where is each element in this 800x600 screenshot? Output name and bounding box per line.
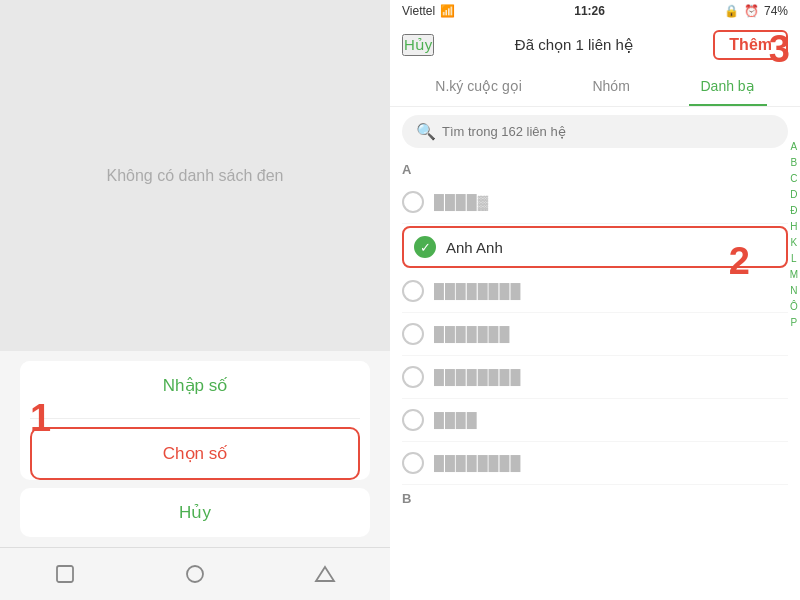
- radio-unselected[interactable]: [402, 323, 424, 345]
- status-left: Viettel 📶: [402, 4, 455, 18]
- radio-unselected[interactable]: [402, 280, 424, 302]
- alpha-O[interactable]: Ô: [790, 300, 798, 314]
- contact-name-blurred: ████████: [434, 369, 521, 385]
- nav-triangle-icon[interactable]: [311, 560, 339, 588]
- contact-list: A ████▓ ✓ Anh Anh ████████ ███████ █████…: [390, 156, 800, 600]
- alpha-C[interactable]: C: [790, 172, 798, 186]
- alpha-B[interactable]: B: [790, 156, 798, 170]
- search-input[interactable]: [442, 124, 774, 139]
- radio-unselected[interactable]: [402, 452, 424, 474]
- selected-count-title: Đã chọn 1 liên hệ: [515, 36, 633, 54]
- alpha-M[interactable]: M: [790, 268, 798, 282]
- alpha-A[interactable]: A: [790, 140, 798, 154]
- step1-label: 1: [30, 397, 51, 440]
- alpha-N[interactable]: N: [790, 284, 798, 298]
- status-right: 🔒 ⏰ 74%: [724, 4, 788, 18]
- contact-name-blurred: ████: [434, 412, 478, 428]
- contact-name-blurred: ████▓: [434, 194, 489, 210]
- list-item-selected[interactable]: ✓ Anh Anh: [402, 226, 788, 268]
- lock-icon: 🔒: [724, 4, 739, 18]
- alpha-H[interactable]: H: [790, 220, 798, 234]
- cancel-button[interactable]: Hủy: [402, 34, 434, 56]
- section-header-b: B: [402, 485, 788, 510]
- status-bar: Viettel 📶 11:26 🔒 ⏰ 74%: [390, 0, 800, 22]
- huy-button-left[interactable]: Hủy: [20, 488, 370, 537]
- svg-marker-2: [316, 567, 334, 581]
- list-item[interactable]: ████████: [402, 356, 788, 399]
- alpha-L[interactable]: L: [790, 252, 798, 266]
- alarm-icon: ⏰: [744, 4, 759, 18]
- status-time: 11:26: [574, 4, 605, 18]
- radio-unselected[interactable]: [402, 191, 424, 213]
- search-icon: 🔍: [416, 122, 436, 141]
- list-item[interactable]: ████████: [402, 442, 788, 485]
- list-item[interactable]: ████████: [402, 270, 788, 313]
- chon-so-button[interactable]: Chọn số: [30, 427, 360, 480]
- alpha-P[interactable]: P: [790, 316, 798, 330]
- empty-state: Không có danh sách đen: [106, 0, 283, 351]
- section-header-a: A: [402, 156, 788, 181]
- carrier: Viettel: [402, 4, 435, 18]
- search-bar: 🔍: [402, 115, 788, 148]
- nhap-so-button[interactable]: Nhập số: [20, 361, 370, 410]
- radio-selected[interactable]: ✓: [414, 236, 436, 258]
- tab-danh-ba[interactable]: Danh bạ: [689, 68, 767, 106]
- nav-square-icon[interactable]: [51, 560, 79, 588]
- alphabet-sidebar: A B C D Đ H K L M N Ô P: [790, 140, 798, 330]
- alpha-D[interactable]: D: [790, 188, 798, 202]
- top-bar: Hủy Đã chọn 1 liên hệ Thêm: [390, 22, 800, 68]
- list-item[interactable]: ███████: [402, 313, 788, 356]
- svg-rect-0: [57, 566, 73, 582]
- list-item[interactable]: ████: [402, 399, 788, 442]
- contact-name-blurred: ████████: [434, 283, 521, 299]
- empty-text: Không có danh sách đen: [106, 167, 283, 185]
- svg-point-1: [187, 566, 203, 582]
- left-bottom-actions: Nhập số Chọn số Hủy: [0, 351, 390, 547]
- left-panel: Không có danh sách đen 1 Nhập số Chọn số…: [0, 0, 390, 600]
- contact-name-blurred: ████████: [434, 455, 521, 471]
- list-item[interactable]: ████▓: [402, 181, 788, 224]
- contact-name-anh-anh: Anh Anh: [446, 239, 503, 256]
- them-button[interactable]: Thêm: [713, 30, 788, 60]
- tab-call-log[interactable]: N.ký cuộc gọi: [423, 68, 533, 106]
- radio-unselected[interactable]: [402, 366, 424, 388]
- tab-group[interactable]: Nhóm: [580, 68, 641, 106]
- tabs-row: N.ký cuộc gọi Nhóm Danh bạ: [390, 68, 800, 107]
- bottom-nav: [0, 547, 390, 600]
- right-panel: Viettel 📶 11:26 🔒 ⏰ 74% Hủy Đã chọn 1 li…: [390, 0, 800, 600]
- nav-circle-icon[interactable]: [181, 560, 209, 588]
- battery-text: 74%: [764, 4, 788, 18]
- alpha-DD[interactable]: Đ: [790, 204, 798, 218]
- contact-name-blurred: ███████: [434, 326, 510, 342]
- alpha-K[interactable]: K: [790, 236, 798, 250]
- wifi-icon: 📶: [440, 4, 455, 18]
- radio-unselected[interactable]: [402, 409, 424, 431]
